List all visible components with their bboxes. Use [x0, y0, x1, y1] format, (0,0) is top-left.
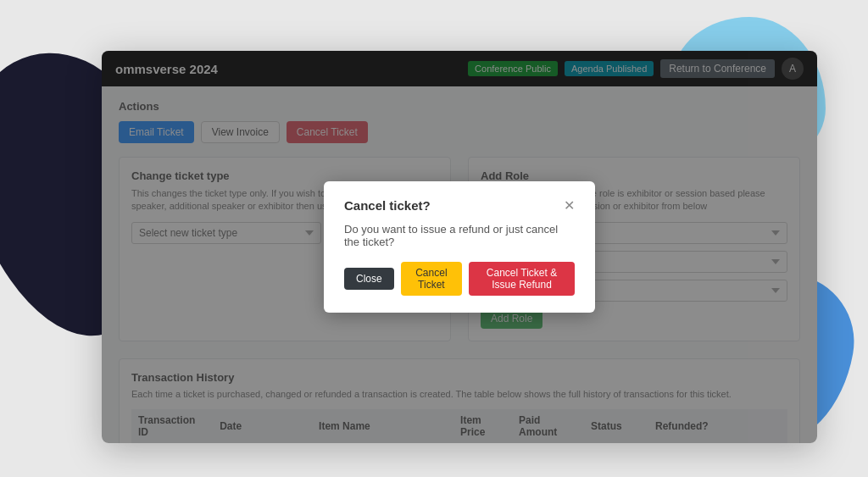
modal-cancel-refund-button[interactable]: Cancel Ticket & Issue Refund — [469, 262, 575, 296]
modal-body: Do you want to issue a refund or just ca… — [344, 223, 575, 248]
modal-overlay: Cancel ticket? ✕ Do you want to issue a … — [102, 51, 817, 443]
modal-close-x-button[interactable]: ✕ — [564, 199, 575, 213]
modal-title: Cancel ticket? — [344, 198, 431, 213]
modal-cancel-ticket-button[interactable]: Cancel Ticket — [401, 262, 462, 296]
modal-header: Cancel ticket? ✕ — [344, 198, 575, 213]
cancel-ticket-modal: Cancel ticket? ✕ Do you want to issue a … — [324, 181, 595, 313]
main-window: ommsverse 2024 Conference Public Agenda … — [102, 51, 817, 443]
modal-footer: Close Cancel Ticket Cancel Ticket & Issu… — [344, 262, 575, 296]
modal-close-button[interactable]: Close — [344, 268, 394, 290]
